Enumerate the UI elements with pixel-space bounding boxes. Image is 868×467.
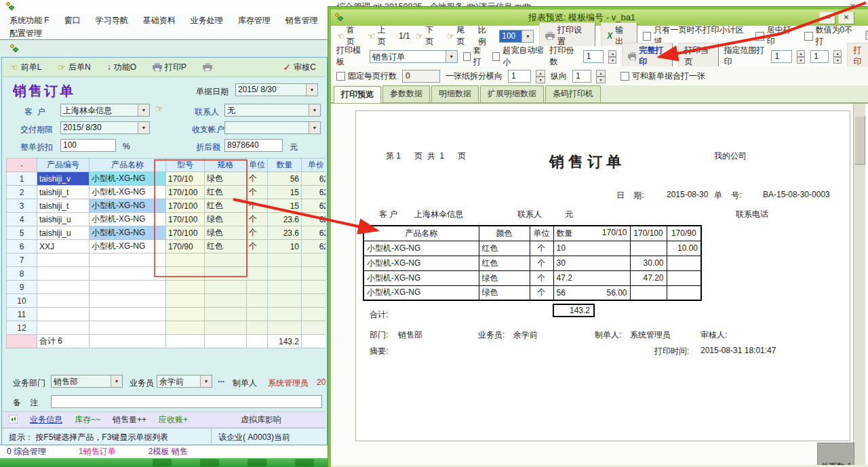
print-range-button[interactable]: 打印: [847, 43, 868, 70]
grid-row-empty[interactable]: 12: [7, 321, 326, 335]
grid-cell[interactable]: 10: [268, 240, 302, 253]
grid-cell[interactable]: [247, 308, 268, 321]
grid-cell[interactable]: 6: [7, 240, 37, 253]
tab-parameter-data[interactable]: 参数数据: [382, 85, 430, 102]
grid-cell[interactable]: [302, 267, 326, 281]
grid-cell[interactable]: 170/100: [166, 199, 205, 213]
window-tab-main[interactable]: 0 综合管理: [7, 446, 46, 458]
copies-spinner[interactable]: ▴▾: [608, 50, 616, 63]
grid-cell[interactable]: 170/100: [166, 226, 205, 240]
grid-cell[interactable]: [205, 281, 247, 294]
grid-cell[interactable]: 3: [7, 199, 37, 213]
audit-button[interactable]: ✓审核C: [283, 62, 316, 73]
grid-cell[interactable]: 1: [7, 172, 37, 186]
grid-cell[interactable]: [247, 321, 268, 335]
tab-barcode-printer[interactable]: 条码打印机: [545, 85, 601, 102]
grid-cell[interactable]: 小型机-XG-NG: [90, 240, 166, 253]
grid-cell[interactable]: [205, 335, 247, 348]
grid-cell[interactable]: 62: [302, 172, 326, 186]
grid-cell[interactable]: [166, 335, 205, 348]
grid-cell[interactable]: 个: [247, 240, 268, 253]
option-merge-new-doc[interactable]: 可和新单据合打一张: [620, 70, 705, 82]
grid-cell[interactable]: [205, 294, 247, 308]
grid-cell[interactable]: [90, 281, 166, 294]
grid-cell[interactable]: [166, 253, 205, 267]
grid-cell[interactable]: [37, 321, 90, 335]
range-from-input[interactable]: 1: [771, 50, 792, 63]
range-to-input[interactable]: 1: [810, 50, 829, 63]
grid-cell[interactable]: 7: [7, 253, 37, 267]
fixed-rows-input[interactable]: 0: [402, 70, 440, 83]
grid-cell[interactable]: 小型机-XG-NG: [90, 199, 166, 213]
deliver-combo[interactable]: 2015/ 8/30▼: [60, 121, 150, 134]
menu-item-config[interactable]: 配置管理: [9, 28, 42, 39]
menu-item[interactable]: 系统功能 F: [9, 15, 50, 26]
grid-cell[interactable]: 62: [302, 186, 326, 199]
grid-cell[interactable]: [37, 281, 90, 294]
first-page-button[interactable]: ☜首页: [336, 24, 362, 47]
grid-cell[interactable]: 170/100: [166, 213, 205, 226]
grid-cell[interactable]: [302, 253, 326, 267]
customer-combo[interactable]: 上海林伞信息▼: [60, 104, 150, 117]
grid-cell[interactable]: 56: [268, 172, 302, 186]
tab-extended-detail-data[interactable]: 扩展明细数据: [480, 85, 544, 102]
grid-cell[interactable]: [205, 253, 247, 267]
option-auto-shrink[interactable]: 超宽自动缩小: [492, 45, 545, 68]
grid-cell[interactable]: [268, 294, 302, 308]
menu-item[interactable]: 学习导航: [96, 15, 128, 26]
grid-cell[interactable]: [302, 308, 326, 321]
refresh-icon[interactable]: [9, 415, 18, 426]
taskbar-item[interactable]: [153, 459, 172, 466]
chevron-down-icon[interactable]: ▼: [200, 375, 212, 387]
chevron-down-icon[interactable]: ▼: [306, 84, 317, 96]
grid-cell[interactable]: [90, 308, 166, 321]
grid-row-empty[interactable]: 9: [7, 281, 326, 294]
grid-row-empty[interactable]: 7: [7, 253, 326, 267]
remark-input[interactable]: [51, 395, 322, 408]
date-combo[interactable]: 2015/ 8/30▼: [235, 83, 318, 96]
grid-cell[interactable]: 170/90: [166, 240, 205, 253]
grid-row[interactable]: 5taishiji_u小型机-XG-NG170/100绿色个23.662: [7, 226, 326, 240]
grid-cell[interactable]: [302, 294, 326, 308]
grid-cell[interactable]: [90, 294, 166, 308]
option-center-print[interactable]: 居中打印: [755, 24, 799, 47]
grid-cell[interactable]: 个: [247, 199, 268, 213]
quick-print-button[interactable]: [203, 63, 212, 71]
grid-cell[interactable]: [166, 281, 205, 294]
split-v-spinner[interactable]: ▴▾: [596, 70, 606, 83]
salesman-combo[interactable]: 余学前▼: [157, 375, 212, 388]
grid-cell[interactable]: [268, 308, 302, 321]
menu-item[interactable]: 业务处理: [191, 15, 223, 26]
virtual-stock-link[interactable]: 虚拟库影响: [241, 414, 281, 426]
grid-cell[interactable]: [90, 267, 166, 281]
chevron-down-icon[interactable]: ▼: [309, 122, 320, 134]
grid-cell[interactable]: [268, 267, 302, 281]
grid-cell[interactable]: [166, 308, 205, 321]
sales-link[interactable]: 销售量++: [113, 414, 146, 426]
grid-cell[interactable]: taishiji_t: [37, 186, 90, 199]
grid-cell[interactable]: [205, 308, 247, 321]
split-v-input[interactable]: 1: [572, 70, 591, 83]
grid-cell[interactable]: 个: [247, 172, 268, 186]
grid-cell[interactable]: [247, 281, 268, 294]
grid-cell[interactable]: XXJ: [37, 240, 90, 253]
grid-cell[interactable]: [268, 281, 302, 294]
menu-item[interactable]: 基础资料: [143, 15, 176, 26]
window-tab-sales-order[interactable]: 1销售订单: [79, 446, 116, 458]
grid-cell[interactable]: 小型机-XG-NG: [90, 172, 166, 186]
grid-cell[interactable]: [247, 294, 268, 308]
grid-row-empty[interactable]: 11: [7, 308, 326, 321]
checkbox-icon[interactable]: [336, 72, 345, 81]
checkbox-icon[interactable]: [492, 52, 500, 61]
grid-cell[interactable]: 23.6: [268, 213, 302, 226]
grid-cell[interactable]: 小型机-XG-NG: [90, 213, 166, 226]
grid-cell[interactable]: [90, 321, 166, 335]
grid-cell[interactable]: [90, 335, 166, 348]
functions-button[interactable]: ↓功能O: [107, 62, 136, 73]
grid-cell[interactable]: taishiji_u: [37, 226, 90, 240]
chevron-down-icon[interactable]: ▼: [309, 104, 320, 116]
stock-link[interactable]: 库存~~: [75, 414, 100, 426]
grid-cell[interactable]: 15: [268, 186, 302, 199]
grid-cell[interactable]: 12: [7, 321, 37, 335]
grid-cell[interactable]: [205, 321, 247, 335]
